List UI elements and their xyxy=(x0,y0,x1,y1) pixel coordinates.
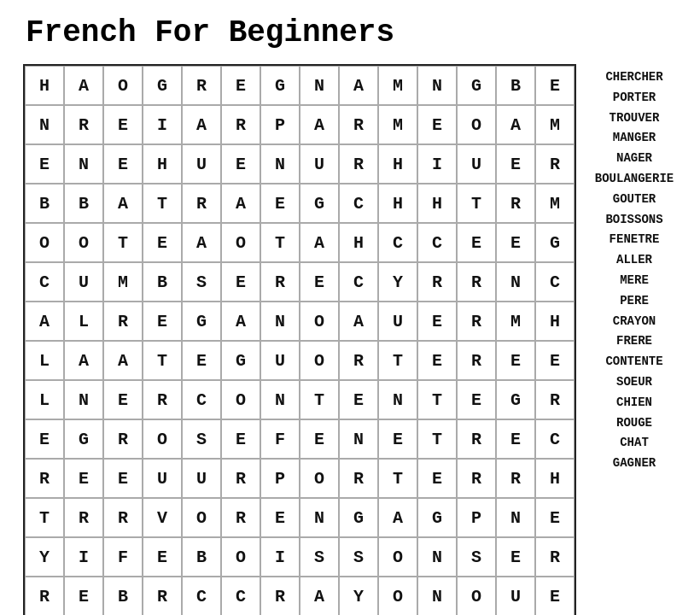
grid-cell[interactable]: H xyxy=(378,144,417,184)
grid-cell[interactable]: U xyxy=(378,302,417,341)
grid-cell[interactable]: E xyxy=(300,262,339,302)
grid-cell[interactable]: R xyxy=(339,341,378,380)
grid-cell[interactable]: E xyxy=(103,105,143,144)
grid-cell[interactable]: T xyxy=(25,498,64,537)
grid-cell[interactable]: O xyxy=(221,223,260,262)
grid-cell[interactable]: A xyxy=(103,184,143,223)
grid-cell[interactable]: O xyxy=(25,223,64,262)
grid-cell[interactable]: E xyxy=(103,459,143,498)
grid-cell[interactable]: A xyxy=(300,577,339,615)
grid-cell[interactable]: S xyxy=(182,262,221,302)
grid-cell[interactable]: T xyxy=(143,341,182,380)
grid-cell[interactable]: R xyxy=(221,459,260,498)
grid-cell[interactable]: A xyxy=(64,66,103,105)
grid-cell[interactable]: E xyxy=(457,380,496,419)
grid-cell[interactable]: I xyxy=(417,144,457,184)
grid-cell[interactable]: E xyxy=(143,223,182,262)
grid-cell[interactable]: C xyxy=(339,262,378,302)
grid-cell[interactable]: R xyxy=(25,577,64,615)
grid-cell[interactable]: B xyxy=(103,577,143,615)
grid-cell[interactable]: R xyxy=(64,498,103,537)
grid-cell[interactable]: O xyxy=(143,419,182,459)
grid-cell[interactable]: T xyxy=(378,459,417,498)
grid-cell[interactable]: S xyxy=(182,419,221,459)
grid-cell[interactable]: M xyxy=(535,105,575,144)
grid-cell[interactable]: U xyxy=(496,577,535,615)
grid-cell[interactable]: R xyxy=(339,144,378,184)
grid-cell[interactable]: A xyxy=(103,341,143,380)
grid-cell[interactable]: I xyxy=(64,537,103,577)
grid-cell[interactable]: R xyxy=(535,144,575,184)
grid-cell[interactable]: R xyxy=(143,577,182,615)
grid-cell[interactable]: N xyxy=(260,302,300,341)
grid-cell[interactable]: T xyxy=(300,380,339,419)
grid-cell[interactable]: H xyxy=(25,66,64,105)
grid-cell[interactable]: M xyxy=(496,302,535,341)
grid-cell[interactable]: E xyxy=(25,419,64,459)
grid-cell[interactable]: R xyxy=(182,184,221,223)
grid-cell[interactable]: M xyxy=(103,262,143,302)
grid-cell[interactable]: R xyxy=(103,498,143,537)
grid-cell[interactable]: G xyxy=(260,66,300,105)
grid-cell[interactable]: R xyxy=(457,459,496,498)
grid-cell[interactable]: R xyxy=(339,459,378,498)
grid-cell[interactable]: N xyxy=(378,380,417,419)
grid-cell[interactable]: C xyxy=(221,577,260,615)
grid-cell[interactable]: O xyxy=(378,577,417,615)
grid-cell[interactable]: F xyxy=(260,419,300,459)
grid-cell[interactable]: C xyxy=(535,419,575,459)
grid-cell[interactable]: R xyxy=(457,262,496,302)
grid-cell[interactable]: E xyxy=(103,144,143,184)
grid-cell[interactable]: C xyxy=(182,577,221,615)
grid-cell[interactable]: R xyxy=(535,537,575,577)
grid-cell[interactable]: N xyxy=(496,262,535,302)
grid-cell[interactable]: B xyxy=(182,537,221,577)
grid-cell[interactable]: R xyxy=(260,262,300,302)
grid-cell[interactable]: N xyxy=(260,144,300,184)
grid-cell[interactable]: N xyxy=(64,144,103,184)
grid-cell[interactable]: E xyxy=(260,498,300,537)
grid-cell[interactable]: G xyxy=(143,66,182,105)
grid-cell[interactable]: Y xyxy=(378,262,417,302)
grid-cell[interactable]: C xyxy=(339,184,378,223)
grid-cell[interactable]: O xyxy=(64,223,103,262)
grid-cell[interactable]: E xyxy=(496,223,535,262)
grid-cell[interactable]: E xyxy=(535,498,575,537)
grid-cell[interactable]: P xyxy=(260,105,300,144)
grid-cell[interactable]: R xyxy=(417,262,457,302)
grid-cell[interactable]: G xyxy=(496,380,535,419)
grid-cell[interactable]: C xyxy=(535,262,575,302)
grid-cell[interactable]: E xyxy=(300,419,339,459)
grid-cell[interactable]: R xyxy=(64,105,103,144)
grid-cell[interactable]: E xyxy=(221,66,260,105)
grid-cell[interactable]: E xyxy=(535,341,575,380)
grid-cell[interactable]: E xyxy=(496,341,535,380)
grid-cell[interactable]: E xyxy=(496,537,535,577)
grid-cell[interactable]: R xyxy=(457,341,496,380)
grid-cell[interactable]: B xyxy=(496,66,535,105)
grid-cell[interactable]: E xyxy=(535,66,575,105)
grid-cell[interactable]: R xyxy=(496,459,535,498)
grid-cell[interactable]: A xyxy=(300,105,339,144)
grid-cell[interactable]: R xyxy=(182,66,221,105)
grid-cell[interactable]: H xyxy=(339,223,378,262)
grid-cell[interactable]: R xyxy=(103,419,143,459)
grid-cell[interactable]: C xyxy=(25,262,64,302)
grid-cell[interactable]: N xyxy=(496,498,535,537)
grid-cell[interactable]: E xyxy=(143,537,182,577)
grid-cell[interactable]: N xyxy=(417,66,457,105)
grid-cell[interactable]: O xyxy=(457,105,496,144)
grid-cell[interactable]: P xyxy=(457,498,496,537)
grid-cell[interactable]: G xyxy=(535,223,575,262)
grid-cell[interactable]: H xyxy=(143,144,182,184)
grid-cell[interactable]: A xyxy=(339,66,378,105)
grid-cell[interactable]: A xyxy=(25,302,64,341)
grid-cell[interactable]: G xyxy=(457,66,496,105)
grid-cell[interactable]: T xyxy=(417,380,457,419)
grid-cell[interactable]: M xyxy=(378,66,417,105)
grid-cell[interactable]: A xyxy=(182,223,221,262)
grid-cell[interactable]: N xyxy=(300,498,339,537)
grid-cell[interactable]: E xyxy=(417,459,457,498)
grid-cell[interactable]: O xyxy=(182,498,221,537)
grid-cell[interactable]: E xyxy=(417,341,457,380)
